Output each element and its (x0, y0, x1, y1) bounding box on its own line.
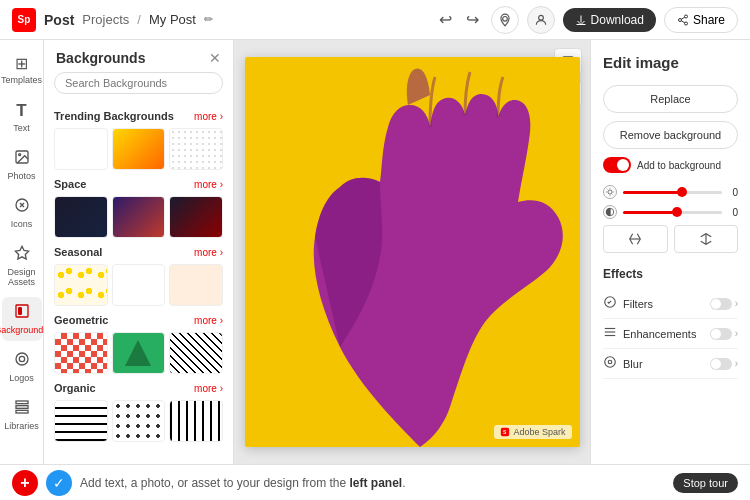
brightness-value: 0 (728, 187, 738, 198)
organic-more[interactable]: more › (194, 383, 223, 394)
trending-more[interactable]: more › (194, 111, 223, 122)
list-item[interactable] (54, 264, 108, 306)
list-item[interactable] (54, 196, 108, 238)
blur-toggle[interactable] (710, 358, 732, 370)
trending-title: Trending Backgrounds (54, 110, 174, 122)
contrast-slider[interactable] (623, 211, 722, 214)
svg-point-9 (18, 154, 20, 156)
sidebar-item-logos[interactable]: Logos (2, 345, 42, 389)
add-to-background-row: Add to background (603, 157, 738, 173)
main-area: ⊞ Templates T Text Photos Icons Design A… (0, 40, 750, 464)
sidebar-item-backgrounds[interactable]: Backgrounds (2, 297, 42, 341)
svg-line-6 (681, 20, 684, 22)
list-item[interactable] (54, 332, 108, 374)
sidebar-label-design-assets: Design Assets (6, 267, 38, 287)
canvas[interactable]: S Adobe Spark (245, 57, 580, 447)
sidebar-item-templates[interactable]: ⊞ Templates (2, 48, 42, 91)
sidebar-item-icons[interactable]: Icons (2, 191, 42, 235)
trending-section-header: Trending Backgrounds more › (54, 110, 223, 122)
svg-point-0 (502, 16, 507, 21)
space-grid (54, 196, 223, 238)
filters-row: Filters › (603, 289, 738, 319)
svg-point-5 (684, 22, 687, 25)
geometric-section-header: Geometric more › (54, 314, 223, 326)
search-input[interactable] (54, 72, 223, 94)
sidebar-label-logos: Logos (9, 373, 34, 383)
remove-background-button[interactable]: Remove background (603, 121, 738, 149)
slider-row-1: 0 (603, 185, 738, 199)
brightness-icon (603, 185, 617, 199)
add-button[interactable]: + (12, 470, 38, 496)
svg-line-27 (607, 189, 608, 190)
svg-point-38 (605, 357, 616, 368)
filters-toggle[interactable] (710, 298, 732, 310)
list-item[interactable] (169, 400, 223, 442)
replace-button[interactable]: Replace (603, 85, 738, 113)
list-item[interactable] (169, 264, 223, 306)
list-item[interactable] (112, 332, 166, 374)
enhancements-label: Enhancements (623, 328, 696, 340)
sidebar-item-text[interactable]: T Text (2, 95, 42, 139)
enhancements-row: Enhancements › (603, 319, 738, 349)
sidebar-item-photos[interactable]: Photos (2, 143, 42, 187)
enhancements-chevron: › (735, 328, 738, 339)
user-avatar[interactable] (527, 6, 555, 34)
svg-rect-16 (16, 401, 28, 404)
check-button[interactable]: ✓ (46, 470, 72, 496)
seasonal-title: Seasonal (54, 246, 102, 258)
list-item[interactable] (112, 400, 166, 442)
undo-button[interactable]: ↩ (435, 8, 456, 31)
redo-button[interactable]: ↪ (462, 8, 483, 31)
share-button[interactable]: Share (664, 7, 738, 33)
topbar: Sp Post Projects / My Post ✏ ↩ ↪ Downloa… (0, 0, 750, 40)
app-name: Post (44, 12, 74, 28)
add-to-background-toggle[interactable] (603, 157, 631, 173)
space-section-header: Space more › (54, 178, 223, 190)
sidebar-item-libraries[interactable]: Libraries (2, 393, 42, 437)
list-item[interactable] (54, 400, 108, 442)
blur-icon (603, 355, 617, 372)
list-item[interactable] (112, 264, 166, 306)
stop-tour-button[interactable]: Stop tour (673, 473, 738, 493)
seasonal-more[interactable]: more › (194, 247, 223, 258)
space-title: Space (54, 178, 86, 190)
flip-vertical-button[interactable] (674, 225, 739, 253)
geometric-grid (54, 332, 223, 374)
panel-close-button[interactable]: ✕ (209, 50, 221, 66)
text-icon: T (16, 101, 26, 121)
list-item[interactable] (169, 332, 223, 374)
location-button[interactable] (491, 6, 519, 34)
svg-point-1 (538, 15, 543, 20)
geometric-more[interactable]: more › (194, 315, 223, 326)
svg-line-7 (681, 17, 684, 19)
sidebar-label-backgrounds: Backgrounds (0, 325, 48, 335)
blur-label: Blur (623, 358, 643, 370)
svg-rect-18 (16, 410, 28, 413)
undo-redo-group: ↩ ↪ (435, 8, 483, 31)
list-item[interactable] (169, 128, 223, 170)
edit-filename-icon[interactable]: ✏ (204, 13, 213, 26)
sidebar-label-text: Text (13, 123, 30, 133)
list-item[interactable] (112, 196, 166, 238)
photos-icon (14, 149, 30, 169)
list-item[interactable] (54, 128, 108, 170)
bottom-bar: + ✓ Add text, a photo, or asset to your … (0, 464, 750, 500)
space-more[interactable]: more › (194, 179, 223, 190)
panel-header: Backgrounds ✕ (44, 40, 233, 72)
toggle-label: Add to background (637, 160, 721, 171)
current-file: My Post (149, 12, 196, 27)
sidebar-item-design-assets[interactable]: Design Assets (2, 239, 42, 293)
list-item[interactable] (169, 196, 223, 238)
svg-point-14 (16, 353, 28, 365)
right-panel: Edit image Replace Remove background Add… (590, 40, 750, 464)
flip-horizontal-button[interactable] (603, 225, 668, 253)
contrast-value: 0 (728, 207, 738, 218)
download-button[interactable]: Download (563, 8, 656, 32)
svg-point-39 (608, 360, 612, 364)
enhancements-toggle[interactable] (710, 328, 732, 340)
projects-link[interactable]: Projects (82, 12, 129, 27)
list-item[interactable] (112, 128, 166, 170)
svg-point-3 (684, 15, 687, 18)
templates-icon: ⊞ (15, 54, 28, 73)
brightness-slider[interactable] (623, 191, 722, 194)
